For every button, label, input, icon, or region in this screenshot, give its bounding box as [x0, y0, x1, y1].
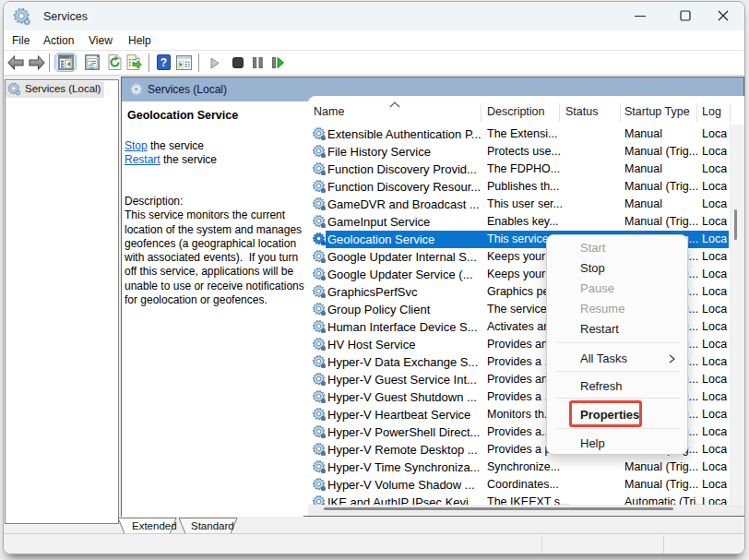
svg-text:Extended: Extended	[132, 520, 177, 531]
svg-text:Standard: Standard	[191, 520, 234, 531]
